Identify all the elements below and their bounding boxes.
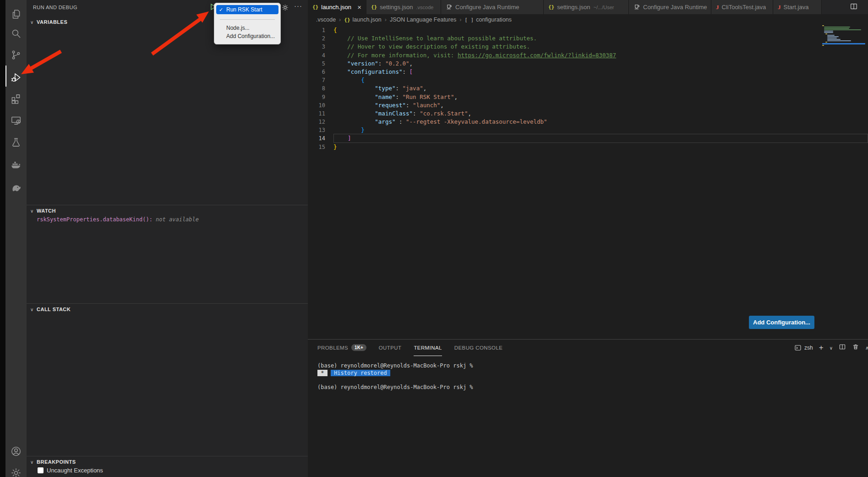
chevron-down-icon: ∨	[30, 20, 37, 25]
docker-icon[interactable]	[5, 154, 27, 175]
line-number: 6	[308, 68, 325, 76]
shell-label: zsh	[804, 345, 813, 351]
watch-value: not available	[153, 216, 199, 223]
breadcrumb-separator: ›	[459, 16, 461, 23]
new-terminal-button[interactable]: +	[819, 343, 824, 352]
watch-expression-row[interactable]: rskSystemProperties.databaseKind(): not …	[37, 216, 199, 223]
window-edge-strip	[0, 0, 5, 477]
explorer-icon[interactable]	[5, 4, 27, 25]
line-number: 5	[308, 60, 325, 68]
code-line: 8 "type": "java",	[308, 84, 868, 93]
source-control-icon[interactable]	[5, 44, 27, 66]
section-label: VARIABLES	[37, 19, 67, 25]
breadcrumb-item-launch-json[interactable]: {}launch.json	[344, 16, 382, 23]
editor-tab-configure-java-runtime[interactable]: Configure Java Runtime	[441, 0, 544, 14]
java-file-icon: J	[778, 4, 781, 11]
terminal-line	[317, 377, 868, 384]
editor-tab-clitoolstest-java[interactable]: JCliToolsTest.java	[711, 0, 773, 14]
terminal-line: * History restored	[317, 370, 868, 377]
kill-terminal-trash-icon[interactable]	[852, 343, 859, 352]
watch-section-header[interactable]: ∨ WATCH	[27, 205, 308, 216]
extensions-icon[interactable]	[5, 88, 27, 109]
code-line-text: "type": "java",	[333, 84, 868, 93]
account-icon[interactable]	[5, 441, 27, 462]
tab-label: Start.java	[784, 4, 809, 11]
terminal-output[interactable]: (base) reynoldmorel@Reynolds-MacBook-Pro…	[308, 356, 868, 391]
menu-separator	[220, 19, 275, 20]
chevron-down-icon: ∨	[30, 307, 37, 312]
editor-tab-settings-json[interactable]: {}settings.json.vscode	[366, 0, 441, 14]
breadcrumb-item--vscode[interactable]: .vscode	[316, 16, 336, 23]
breakpoints-section-header[interactable]: ∨ BREAKPOINTS	[27, 456, 308, 467]
debug-settings-gear-icon[interactable]	[281, 4, 289, 13]
tab-label: CliToolsTest.java	[722, 4, 766, 11]
breadcrumb-label: .vscode	[316, 16, 336, 23]
tab-label: launch.json	[321, 4, 351, 11]
code-line-text: "mainClass": "co.rsk.Start",	[333, 110, 868, 118]
code-line-text: "request": "launch",	[333, 101, 868, 110]
panel-tab-output[interactable]: OUTPUT	[379, 340, 402, 356]
minimap-line	[824, 27, 851, 27]
breadcrumb-separator: ›	[339, 16, 341, 23]
line-number: 10	[308, 101, 325, 110]
panel-tab-terminal[interactable]: TERMINAL	[414, 340, 442, 356]
uncaught-exceptions-checkbox[interactable]	[38, 467, 44, 473]
minimap-line	[825, 42, 827, 43]
line-number: 7	[308, 76, 325, 84]
code-line-text: {	[333, 26, 868, 34]
split-editor-icon[interactable]	[850, 2, 858, 12]
editor-tab-settings-json[interactable]: {}settings.json~/.../User	[544, 0, 629, 14]
split-terminal-icon[interactable]	[839, 343, 846, 352]
call-stack-section-header[interactable]: ∨ CALL STACK	[27, 304, 308, 315]
minimap-line	[822, 25, 824, 26]
gradle-icon[interactable]	[5, 176, 27, 197]
dropdown-item-add-configuration[interactable]: Add Configuration...	[216, 32, 278, 40]
maximize-panel-chevron-icon[interactable]: ∧	[865, 345, 868, 351]
panel-tab-debug-console[interactable]: DEBUG CONSOLE	[454, 340, 503, 356]
terminal-profile-chevron-icon[interactable]: ∨	[830, 345, 833, 351]
views-more-actions-icon[interactable]: ···	[294, 2, 302, 10]
testing-icon[interactable]	[5, 132, 27, 153]
chevron-down-icon: ∨	[30, 208, 37, 214]
run-and-debug-icon[interactable]	[5, 67, 27, 88]
code-line: 15}	[308, 143, 868, 151]
minimap-line	[824, 28, 850, 29]
code-line-text: // Hover to view descriptions of existin…	[333, 43, 868, 51]
panel-tab-label: TERMINAL	[414, 345, 442, 351]
code-line: 6 "configurations": [	[308, 68, 868, 76]
editor-tab-configure-java-runtime[interactable]: Configure Java Runtime	[629, 0, 711, 14]
code-line-text: // For more information, visit: https://…	[333, 51, 868, 60]
breadcrumb-separator: ›	[385, 16, 387, 23]
java-runtime-cup-icon	[446, 3, 453, 11]
code-line-text: ]	[333, 134, 868, 143]
terminal-shell-select[interactable]: zsh	[794, 344, 813, 351]
add-configuration-button[interactable]: Add Configuration...	[749, 316, 814, 329]
code-line-text: "name": "Run RSK Start",	[333, 93, 868, 101]
code-line: 10 "request": "launch",	[308, 101, 868, 110]
editor-tab-launch-json[interactable]: {}launch.json×	[308, 0, 366, 14]
close-icon[interactable]: ×	[354, 3, 361, 11]
remote-explorer-icon[interactable]	[5, 110, 27, 131]
line-number: 13	[308, 126, 325, 134]
panel-tab-label: DEBUG CONSOLE	[454, 345, 503, 351]
breakpoint-row[interactable]: Uncaught Exceptions	[38, 467, 103, 474]
search-icon[interactable]	[5, 23, 27, 44]
call-stack-section: ∨ CALL STACK	[27, 303, 308, 315]
json-icon: {}	[344, 17, 350, 23]
dropdown-item-run-rsk-start[interactable]: ✓ Run RSK Start	[216, 5, 278, 14]
editor-tab-start-java[interactable]: JStart.java	[773, 0, 822, 14]
activity-bar	[5, 0, 27, 477]
minimap-line	[827, 40, 852, 41]
breadcrumb-item-configurations[interactable]: [ ]configurations	[464, 16, 512, 23]
settings-gear-icon[interactable]	[5, 462, 27, 477]
breadcrumb-item-json-language-features[interactable]: JSON Language Features	[390, 16, 456, 23]
breadcrumb-label: launch.json	[353, 16, 382, 23]
watch-expression: rskSystemProperties.databaseKind():	[37, 216, 153, 223]
panel-tab-problems[interactable]: PROBLEMS1K+	[317, 340, 366, 356]
code-editor[interactable]: 1{2 // Use IntelliSense to learn about p…	[308, 26, 868, 151]
dropdown-item-node-js[interactable]: Node.js...	[216, 24, 278, 32]
line-number: 8	[308, 84, 325, 93]
code-line-text: "configurations": [	[333, 68, 868, 76]
code-line: 7 {	[308, 76, 868, 84]
minimap[interactable]	[822, 25, 865, 46]
